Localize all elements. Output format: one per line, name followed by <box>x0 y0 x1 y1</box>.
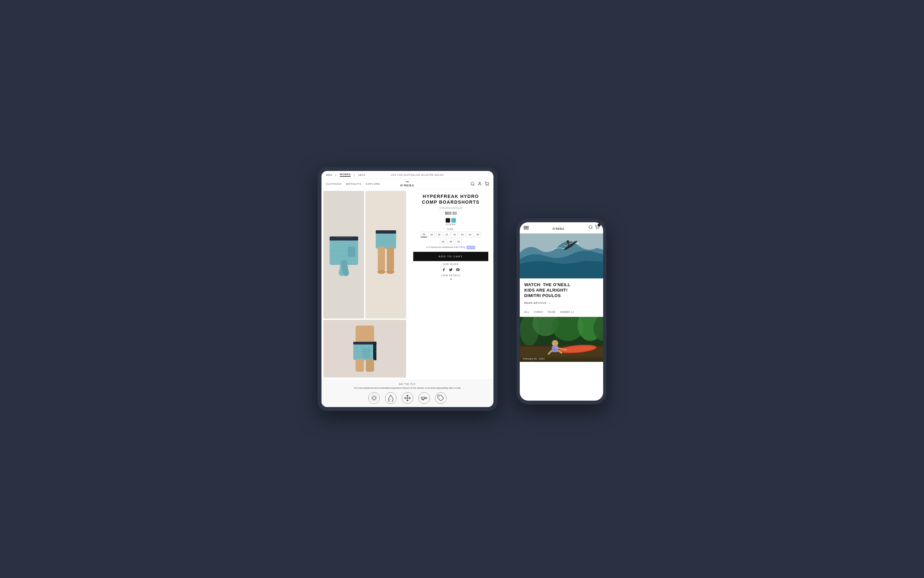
read-article-link[interactable]: READ ARTICLE → <box>524 301 599 305</box>
phone-nav-icons: 0 <box>588 225 599 231</box>
phone-search-icon[interactable] <box>588 225 593 229</box>
feature-icon-5 <box>435 392 447 404</box>
product-features: NO TIE FLY The most advanced and comfort… <box>322 380 494 407</box>
phone-content: WATCH: THE O'NEILL KIDS ARE ALRIGHT! DIM… <box>520 278 603 401</box>
svg-rect-23 <box>373 342 376 360</box>
nav-clothing[interactable]: CLOTHING <box>326 182 341 185</box>
nav-explore[interactable]: EXPLORE <box>366 182 380 185</box>
tablet-nav-icons <box>470 182 489 186</box>
feature-label: NO TIE FLY <box>326 383 489 385</box>
svg-point-43 <box>589 226 592 228</box>
shorts-front-svg <box>328 204 360 306</box>
svg-line-34 <box>372 396 372 396</box>
svg-point-46 <box>598 229 599 229</box>
add-to-cart-button[interactable]: ADD TO CART <box>413 252 488 261</box>
tablet-logo: 〰 O'NEILL <box>400 181 415 187</box>
tab-video[interactable]: VIDEO <box>534 310 543 314</box>
phone-logo-text: O'NEILL <box>553 227 565 230</box>
svg-point-0 <box>471 182 474 185</box>
logo-wave-icon: 〰 <box>406 181 409 184</box>
phone-nav: 〰 O'NEILL 0 <box>520 222 603 234</box>
product-details: HYPERFREAK HYDRO COMP BOARDSHORTS SP0106… <box>408 189 494 380</box>
svg-rect-26 <box>356 359 364 372</box>
size-guide-link[interactable]: SIZE GUIDE <box>413 263 488 265</box>
second-article-image[interactable]: February 03 , 2021 <box>520 317 603 362</box>
nav-jack[interactable]: JACK <box>358 174 365 176</box>
phone-tabs: ALL VIDEO TEAM HAWAII LI <box>520 310 603 317</box>
phone-article-title: WATCH: THE O'NEILL KIDS ARE ALRIGHT! DIM… <box>524 282 599 299</box>
size-34[interactable]: 34 <box>467 232 473 237</box>
svg-line-1 <box>474 185 474 186</box>
size-35[interactable]: 35 <box>474 232 481 237</box>
swatch-teal[interactable] <box>451 218 456 222</box>
feature-icon-1 <box>368 392 380 404</box>
tab-all[interactable]: ALL <box>524 310 529 314</box>
svg-point-18 <box>377 270 385 274</box>
tab-hawaii[interactable]: HAWAII LI <box>560 310 574 314</box>
svg-point-4 <box>488 185 488 186</box>
svg-rect-27 <box>366 359 374 372</box>
pinterest-icon[interactable] <box>456 268 460 272</box>
shorts-side-svg <box>370 204 402 306</box>
social-icons <box>413 268 488 272</box>
svg-rect-14 <box>378 247 385 271</box>
view-details-link[interactable]: VIEW DETAILS <box>413 274 488 276</box>
nav-women[interactable]: WOMEN <box>340 173 351 177</box>
swatch-black[interactable] <box>446 218 450 222</box>
color-name: OCEAN <box>413 223 488 226</box>
svg-point-2 <box>479 182 481 184</box>
size-40[interactable]: 40 <box>455 239 462 244</box>
feature-icon-2 <box>385 392 396 404</box>
svg-point-64 <box>552 340 558 346</box>
product-image-full[interactable] <box>323 320 406 378</box>
hamburger-menu[interactable] <box>524 226 529 229</box>
size-33[interactable]: 33 <box>459 232 466 237</box>
afterpay-text: or 4 interest-free installments of $17.3… <box>413 246 488 249</box>
svg-point-19 <box>386 270 394 274</box>
facebook-icon[interactable] <box>442 268 446 272</box>
svg-line-35 <box>376 399 376 400</box>
svg-rect-22 <box>353 342 376 345</box>
phone-device: 〰 O'NEILL 0 <box>516 218 606 404</box>
svg-rect-15 <box>386 247 394 271</box>
top-nav: MEN | WOMEN | JACK <box>326 173 365 177</box>
article-bg-svg <box>520 317 603 362</box>
product-price: $69.50 <box>413 211 488 216</box>
feature-icons <box>326 392 489 404</box>
tablet-top-bar: MEN | WOMEN | JACK 20% FOR AUSTRALIAN WI… <box>322 171 494 179</box>
svg-rect-13 <box>376 230 396 234</box>
svg-point-3 <box>486 185 486 186</box>
search-icon[interactable] <box>470 182 475 186</box>
svg-point-45 <box>596 229 597 229</box>
nav-men[interactable]: MEN <box>326 174 332 176</box>
phone-logo-wave: 〰 <box>558 225 560 227</box>
svg-line-37 <box>372 399 372 400</box>
twitter-icon[interactable] <box>449 268 453 272</box>
size-36[interactable]: 36 <box>440 239 446 244</box>
user-icon[interactable] <box>477 182 482 186</box>
feature-icon-3 <box>402 392 413 404</box>
tablet-screen: MEN | WOMEN | JACK 20% FOR AUSTRALIAN WI… <box>322 171 494 407</box>
chevron-down-icon[interactable]: ∨ <box>413 277 488 281</box>
cart-icon[interactable] <box>484 182 489 186</box>
size-29[interactable]: 29 <box>428 232 435 237</box>
product-image-front[interactable] <box>323 191 364 318</box>
size-31[interactable]: 31 <box>444 232 450 237</box>
logo-text: O'NEILL <box>400 184 415 187</box>
svg-rect-28 <box>362 349 370 358</box>
main-nav-links: CLOTHING WETSUITS EXPLORE <box>326 182 380 185</box>
svg-point-29 <box>372 396 375 399</box>
nav-divider2: | <box>354 174 355 176</box>
product-image-side[interactable] <box>365 191 406 318</box>
nav-wetsuits[interactable]: WETSUITS <box>346 182 361 185</box>
size-28[interactable]: 28 <box>421 232 427 237</box>
feature-description: The most advanced and comfortable boards… <box>326 386 489 390</box>
size-32[interactable]: 32 <box>451 232 458 237</box>
size-label: SIZE: <box>413 228 488 230</box>
size-38[interactable]: 38 <box>448 239 454 244</box>
tab-team[interactable]: TEAM <box>548 310 556 314</box>
size-30[interactable]: 30 <box>436 232 442 237</box>
svg-rect-41 <box>422 399 424 400</box>
phone-screen: 〰 O'NEILL 0 <box>520 222 603 401</box>
svg-rect-20 <box>356 326 374 344</box>
